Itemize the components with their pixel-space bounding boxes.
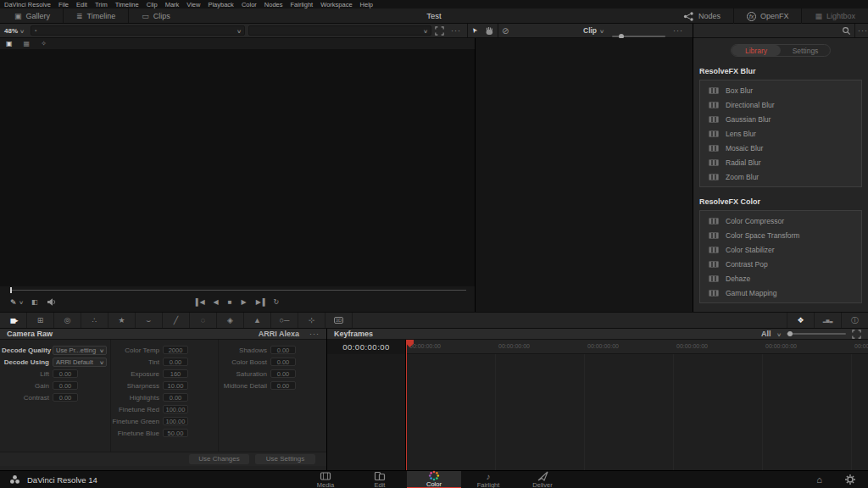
menu-color[interactable]: Color <box>242 1 257 8</box>
key-palette-button[interactable]: ○─ <box>271 313 298 328</box>
blur-palette-button[interactable]: ▲ <box>244 313 271 328</box>
saturation-field[interactable]: 0.00 <box>270 369 296 378</box>
lift-field[interactable]: 0.00 <box>53 369 78 378</box>
viewer-options-menu[interactable]: ··· <box>451 24 461 37</box>
tint-field[interactable]: 0.00 <box>163 358 188 366</box>
menu-playback[interactable]: Playback <box>208 1 233 8</box>
page-tab-color[interactable]: Color <box>407 471 461 488</box>
expand-icon[interactable] <box>852 330 861 339</box>
menu-timeline[interactable]: Timeline <box>115 1 139 8</box>
decode-using-select[interactable]: ARRI Default∨ <box>53 358 107 367</box>
play-button[interactable]: ▶ <box>242 298 247 306</box>
grid-view-icon[interactable]: ▦ <box>24 40 31 47</box>
menu-nodes[interactable]: Nodes <box>264 1 283 8</box>
skip-start-button[interactable]: ▌◀ <box>196 298 204 306</box>
highlights-field[interactable]: 0.00 <box>163 393 188 402</box>
clips-button[interactable]: ▭ Clips <box>129 8 183 23</box>
scrubber-track[interactable] <box>10 290 466 291</box>
viewer-expand-button[interactable] <box>435 24 444 37</box>
fx-panel-menu[interactable]: ··· <box>858 24 868 37</box>
tab-settings[interactable]: Settings <box>781 45 830 56</box>
openfx-button[interactable]: fx OpenFX <box>734 8 802 24</box>
gain-field[interactable]: 0.00 <box>53 381 78 390</box>
gear-icon[interactable] <box>844 474 856 485</box>
scopes-panel-button[interactable]: ▂▅▃ <box>814 313 841 328</box>
thumbnail-view-icon[interactable]: ▣ <box>6 40 13 47</box>
fx-item-lens-blur[interactable]: Lens Blur <box>700 126 861 141</box>
stereo-3d-palette-button[interactable]: 3D <box>326 313 353 328</box>
menu-file[interactable]: File <box>58 1 69 8</box>
nodes-button[interactable]: Nodes <box>670 8 733 24</box>
menu-davinci-resolve[interactable]: DaVinci Resolve <box>4 1 51 8</box>
hand-tool-button[interactable] <box>484 24 494 37</box>
playhead-marker[interactable] <box>406 340 414 347</box>
page-tab-fairlight[interactable]: ♪Fairlight <box>461 471 515 488</box>
fx-item-color-compressor[interactable]: Color Compressor <box>700 214 861 228</box>
finetune-blue-field[interactable]: 50.00 <box>163 429 188 437</box>
fx-item-box-blur[interactable]: Box Blur <box>700 83 861 97</box>
fx-item-directional-blur[interactable]: Directional Blur <box>700 97 861 112</box>
keyframes-panel-button[interactable]: ❖ <box>787 313 814 328</box>
fx-item-contrast-pop[interactable]: Contrast Pop <box>700 257 861 271</box>
menu-help[interactable]: Help <box>360 1 373 8</box>
menu-fairlight[interactable]: Fairlight <box>291 1 314 8</box>
grade-version-dropdown[interactable]: ▪ ∨ <box>31 25 245 36</box>
fx-item-color-space-transform[interactable]: Color Space Transform <box>700 228 861 242</box>
page-tab-edit[interactable]: Edit <box>353 471 407 488</box>
camera-raw-palette-button[interactable]: ◼▸ <box>0 313 27 328</box>
still-dropdown[interactable]: ∨ <box>248 25 431 36</box>
midtone-detail-field[interactable]: 0.00 <box>270 381 296 390</box>
curves-palette-button[interactable]: ⌣ <box>136 313 163 328</box>
fx-item-radial-blur[interactable]: Radial Blur <box>700 155 861 169</box>
step-back-button[interactable]: ◀ <box>214 298 219 306</box>
pointer-tool-button[interactable]: ➤ <box>467 25 481 37</box>
rgb-mixer-palette-button[interactable]: ∴ <box>81 313 108 328</box>
playhead-line[interactable] <box>406 340 407 470</box>
keyframes-filter[interactable]: All <box>761 330 771 338</box>
shadows-field[interactable]: 0.00 <box>270 346 296 354</box>
exposure-field[interactable]: 160 <box>163 369 188 378</box>
fx-item-gamut-mapping[interactable]: Gamut Mapping <box>700 286 861 300</box>
camera-raw-preset[interactable]: ARRI Alexa <box>259 330 299 338</box>
lightbox-button[interactable]: ▦ Lightbox <box>802 8 868 24</box>
menu-clip[interactable]: Clip <box>147 1 158 8</box>
fx-item-zoom-blur[interactable]: Zoom Blur <box>700 169 861 184</box>
power-windows-palette-button[interactable]: ◌ <box>190 313 217 328</box>
viewer-zoom-select[interactable]: 48% ∨ <box>3 24 25 37</box>
node-graph-area[interactable] <box>475 38 693 312</box>
skip-end-button[interactable]: ▶▐ <box>256 298 264 306</box>
prohibit-tool-button[interactable]: ⊘ <box>502 24 509 37</box>
stop-button[interactable]: ■ <box>228 298 232 306</box>
menu-workspace[interactable]: Workspace <box>320 1 352 8</box>
slider-knob[interactable] <box>787 331 793 336</box>
color-boost-field[interactable]: 0.00 <box>270 358 296 366</box>
page-tab-media[interactable]: Media <box>298 471 353 488</box>
scrubber-playhead[interactable] <box>10 287 12 293</box>
use-settings-button[interactable]: Use Settings <box>255 454 315 464</box>
finetune-green-field[interactable]: 100.00 <box>163 417 188 425</box>
home-icon[interactable]: ⌂ <box>816 474 822 485</box>
sizing-palette-button[interactable]: ⊹ <box>298 313 326 328</box>
viewer-scrubber[interactable] <box>0 286 475 293</box>
fx-item-dehaze[interactable]: Dehaze <box>700 271 861 286</box>
camera-raw-menu[interactable]: ··· <box>309 330 320 338</box>
effects-palette-button[interactable]: ★ <box>108 313 136 328</box>
menu-trim[interactable]: Trim <box>95 1 108 8</box>
loop-button[interactable]: ↻ <box>274 298 280 306</box>
decode-quality-select[interactable]: Use Pr...etting∨ <box>53 346 107 355</box>
fx-item-mosaic-blur[interactable]: Mosaic Blur <box>700 141 861 155</box>
color-temp-field[interactable]: 2000 <box>163 346 188 354</box>
wand-icon[interactable]: ✧ <box>41 40 47 47</box>
tab-library[interactable]: Library <box>732 45 781 56</box>
viewer-canvas[interactable] <box>0 49 475 286</box>
gallery-button[interactable]: ▣ Gallery <box>2 8 63 23</box>
page-tab-deliver[interactable]: Deliver <box>515 471 570 488</box>
fx-item-color-stabilizer[interactable]: Color Stabilizer <box>700 242 861 257</box>
info-panel-button[interactable]: ⓘ <box>841 313 868 328</box>
clip-options-menu[interactable]: ··· <box>673 24 683 37</box>
finetune-red-field[interactable]: 100.00 <box>163 405 188 413</box>
color-wheels-palette-button[interactable]: ◎ <box>54 313 81 328</box>
menu-mark[interactable]: Mark <box>165 1 180 8</box>
menu-view[interactable]: View <box>186 1 200 8</box>
menu-edit[interactable]: Edit <box>76 1 87 8</box>
